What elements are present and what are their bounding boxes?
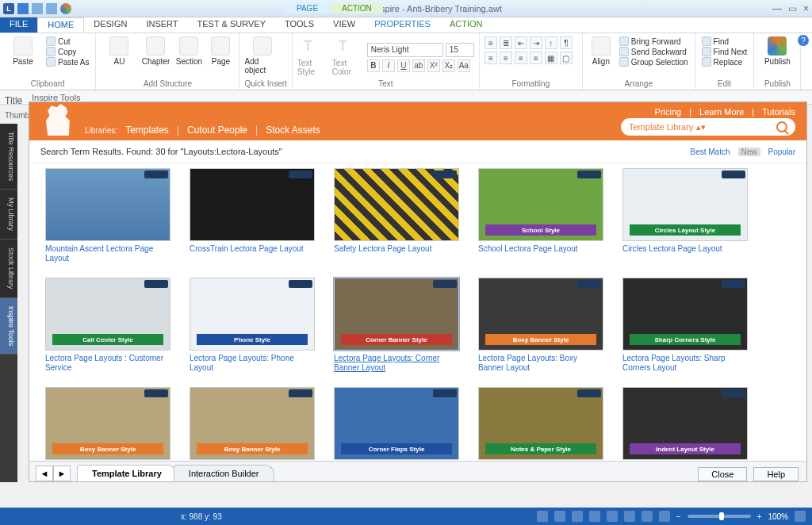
publish-button[interactable]: Publish bbox=[759, 36, 795, 66]
link-tutorials[interactable]: Tutorials bbox=[762, 107, 795, 117]
sort-popular[interactable]: Popular bbox=[768, 148, 795, 156]
zoom-out-button[interactable]: − bbox=[676, 512, 681, 521]
maximize-button[interactable]: ▭ bbox=[788, 3, 797, 14]
template-card[interactable]: Corner Banner StyleLectora Page Layouts:… bbox=[334, 278, 459, 373]
template-title[interactable]: CrossTrain Lectora Page Layout bbox=[190, 244, 315, 254]
nav-forward-button[interactable]: ► bbox=[53, 466, 71, 481]
template-thumbnail[interactable]: Indent Layout Style bbox=[622, 387, 748, 460]
find-button[interactable]: Find bbox=[700, 36, 749, 46]
italic-button[interactable]: I bbox=[382, 59, 395, 72]
side-tab-my-library[interactable]: My Library bbox=[0, 190, 17, 240]
page-button[interactable]: Page bbox=[207, 36, 234, 66]
template-card[interactable]: CrossTrain Lectora Page Layout bbox=[190, 168, 315, 263]
template-title[interactable]: Mountain Ascent Lectora Page Layout bbox=[45, 244, 170, 263]
tray-icon[interactable] bbox=[537, 511, 548, 522]
link-learn-more[interactable]: Learn More bbox=[699, 107, 744, 117]
nav-templates[interactable]: Templates bbox=[125, 125, 169, 136]
template-thumbnail[interactable]: Boxy Banner Style bbox=[45, 387, 170, 460]
font-size-combo[interactable]: 15 bbox=[446, 43, 474, 57]
align-left-button[interactable]: ≡ bbox=[485, 52, 497, 64]
template-title[interactable]: Lectora Page Layouts: Phone Layout bbox=[190, 354, 315, 373]
strike-button[interactable]: ab bbox=[412, 59, 425, 72]
tab-tools[interactable]: TOOLS bbox=[275, 17, 324, 33]
template-thumbnail[interactable] bbox=[334, 168, 459, 241]
results-grid[interactable]: Mountain Ascent Lectora Page LayoutCross… bbox=[29, 163, 806, 461]
tab-properties[interactable]: PROPERTIES bbox=[365, 17, 440, 33]
au-button[interactable]: AU bbox=[101, 36, 137, 66]
tab-test-survey[interactable]: TEST & SURVEY bbox=[188, 17, 275, 33]
text-style-button[interactable]: TText Style bbox=[297, 38, 329, 76]
nav-back-button[interactable]: ◄ bbox=[36, 466, 53, 481]
template-thumbnail[interactable]: School Style bbox=[478, 168, 603, 241]
help-button[interactable]: Help bbox=[753, 467, 799, 481]
paste-as-button[interactable]: Paste As bbox=[44, 57, 90, 67]
library-search[interactable]: Template Library▴▾ bbox=[621, 118, 795, 136]
template-thumbnail[interactable]: Corner Flaps Style bbox=[334, 387, 459, 460]
clear-format-button[interactable]: Aa bbox=[458, 59, 470, 72]
side-tab-stock-library[interactable]: Stock Library bbox=[0, 240, 17, 298]
indent-button[interactable]: ⇥ bbox=[530, 36, 542, 49]
paste-button[interactable]: Paste bbox=[5, 36, 41, 66]
template-title[interactable]: Circles Lectora Page Layout bbox=[622, 244, 748, 254]
font-combo[interactable]: Neris Light bbox=[367, 43, 443, 57]
template-thumbnail[interactable]: Boxy Banner Style bbox=[478, 278, 603, 351]
template-card[interactable]: Safety Lectora Page Layout bbox=[334, 168, 459, 263]
template-title[interactable]: Safety Lectora Page Layout bbox=[334, 244, 459, 254]
help-icon[interactable]: ? bbox=[798, 35, 809, 46]
tray-icon[interactable] bbox=[554, 511, 565, 522]
template-card[interactable]: Call Center StyleLectora Page Layouts : … bbox=[45, 278, 170, 373]
template-card[interactable]: Phone StyleLectora Page Layouts: Phone L… bbox=[190, 278, 315, 373]
undo-icon[interactable] bbox=[32, 3, 43, 14]
group-selection-button[interactable]: Group Selection bbox=[618, 57, 690, 67]
template-card[interactable]: Boxy Banner StyleLectora Page Layouts: B… bbox=[190, 387, 315, 461]
template-card[interactable]: Mountain Ascent Lectora Page Layout bbox=[45, 168, 170, 263]
sort-new[interactable]: New bbox=[738, 148, 760, 156]
tab-template-library[interactable]: Template Library bbox=[77, 465, 177, 481]
tab-interaction-builder[interactable]: Interaction Builder bbox=[174, 465, 274, 481]
cut-button[interactable]: Cut bbox=[44, 36, 90, 46]
save-icon[interactable] bbox=[17, 3, 29, 14]
template-thumbnail[interactable]: Circles Layout Style bbox=[622, 168, 748, 241]
tab-home[interactable]: HOME bbox=[37, 17, 84, 33]
tab-file[interactable]: FILE bbox=[0, 17, 37, 33]
template-thumbnail[interactable]: Boxy Banner Style bbox=[190, 387, 315, 460]
fit-button[interactable] bbox=[795, 511, 806, 522]
template-thumbnail[interactable]: Sharp Corners Style bbox=[622, 278, 748, 351]
align-right-button[interactable]: ≡ bbox=[515, 52, 527, 64]
template-card[interactable]: Notes & Paper StyleLectora Page Layouts:… bbox=[478, 387, 603, 461]
find-next-button[interactable]: Find Next bbox=[700, 47, 749, 56]
section-button[interactable]: Section bbox=[174, 36, 204, 66]
redo-icon[interactable] bbox=[46, 3, 57, 14]
tray-icon[interactable] bbox=[607, 511, 618, 522]
bring-forward-button[interactable]: Bring Forward bbox=[618, 36, 690, 46]
bold-button[interactable]: B bbox=[367, 59, 380, 72]
tab-action[interactable]: ACTION bbox=[440, 17, 492, 33]
align-button[interactable]: Align bbox=[588, 36, 615, 66]
tray-icon[interactable] bbox=[624, 511, 635, 522]
nav-cutout-people[interactable]: Cutout People bbox=[187, 125, 247, 136]
tab-view[interactable]: VIEW bbox=[324, 17, 365, 33]
template-card[interactable]: School StyleSchool Lectora Page Layout bbox=[478, 168, 603, 263]
template-card[interactable]: Boxy Banner StyleLectora Page Layouts: B… bbox=[45, 387, 170, 461]
close-button[interactable]: Close bbox=[698, 467, 747, 481]
subscript-button[interactable]: X₂ bbox=[442, 59, 455, 72]
numbering-button[interactable]: ≣ bbox=[500, 36, 512, 49]
minimize-button[interactable]: — bbox=[772, 3, 782, 14]
template-card[interactable]: Circles Layout StyleCircles Lectora Page… bbox=[622, 168, 748, 263]
template-thumbnail[interactable] bbox=[45, 168, 170, 241]
template-card[interactable]: Boxy Banner StyleLectora Page Layouts: B… bbox=[478, 278, 603, 373]
link-pricing[interactable]: Pricing bbox=[655, 107, 682, 117]
template-title[interactable]: Lectora Page Layouts: Corner Banner Layo… bbox=[334, 354, 459, 373]
side-tab-title-resources[interactable]: Title Resources bbox=[0, 124, 17, 190]
justify-button[interactable]: ≡ bbox=[530, 52, 542, 64]
fill-button[interactable]: ▦ bbox=[545, 52, 557, 64]
superscript-button[interactable]: X² bbox=[427, 59, 440, 72]
template-card[interactable]: Indent Layout StyleLectora Page Layouts:… bbox=[622, 387, 748, 461]
template-thumbnail[interactable]: Corner Banner Style bbox=[334, 278, 459, 351]
text-color-button[interactable]: TText Color bbox=[332, 38, 364, 76]
search-icon[interactable] bbox=[776, 121, 787, 132]
tab-insert[interactable]: INSERT bbox=[136, 17, 187, 33]
chapter-button[interactable]: Chapter bbox=[140, 36, 170, 66]
tray-icon[interactable] bbox=[642, 511, 653, 522]
template-thumbnail[interactable]: Notes & Paper Style bbox=[478, 387, 603, 460]
